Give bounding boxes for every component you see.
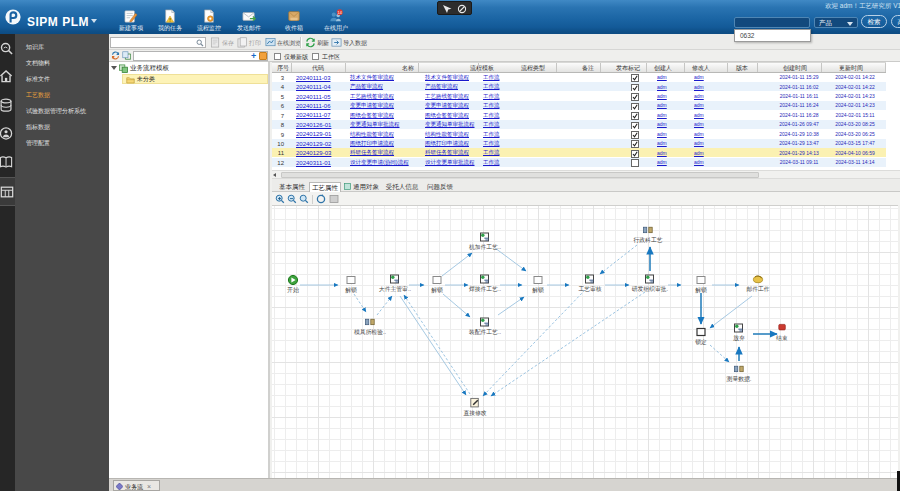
- svg-text:放弃: 放弃: [733, 334, 745, 342]
- svg-text:大件主管审..: 大件主管审..: [379, 285, 412, 293]
- svg-text:解锁: 解锁: [345, 286, 357, 294]
- svg-text:直接修改: 直接修改: [463, 409, 486, 416]
- svg-text:焊接件工艺..: 焊接件工艺..: [469, 285, 502, 292]
- svg-text:解锁: 解锁: [532, 286, 544, 294]
- svg-text:机加件工艺..: 机加件工艺..: [469, 243, 502, 251]
- svg-text:结束: 结束: [775, 335, 788, 342]
- svg-text:开始: 开始: [287, 286, 299, 294]
- svg-text:装配件工艺..: 装配件工艺..: [469, 328, 502, 335]
- svg-text:研发组织审批.: 研发组织审批.: [632, 285, 669, 293]
- svg-text:模具所检验..: 模具所检验..: [354, 329, 387, 336]
- svg-text:锁定: 锁定: [694, 338, 707, 346]
- svg-text:解锁: 解锁: [431, 286, 443, 294]
- svg-text:测量数据.: 测量数据.: [726, 375, 752, 383]
- svg-text:行政科工艺: 行政科工艺: [634, 236, 663, 243]
- svg-text:解锁: 解锁: [695, 286, 707, 294]
- svg-text:邮件工作: 邮件工作: [746, 285, 769, 293]
- svg-text:工艺审核: 工艺审核: [578, 285, 601, 292]
